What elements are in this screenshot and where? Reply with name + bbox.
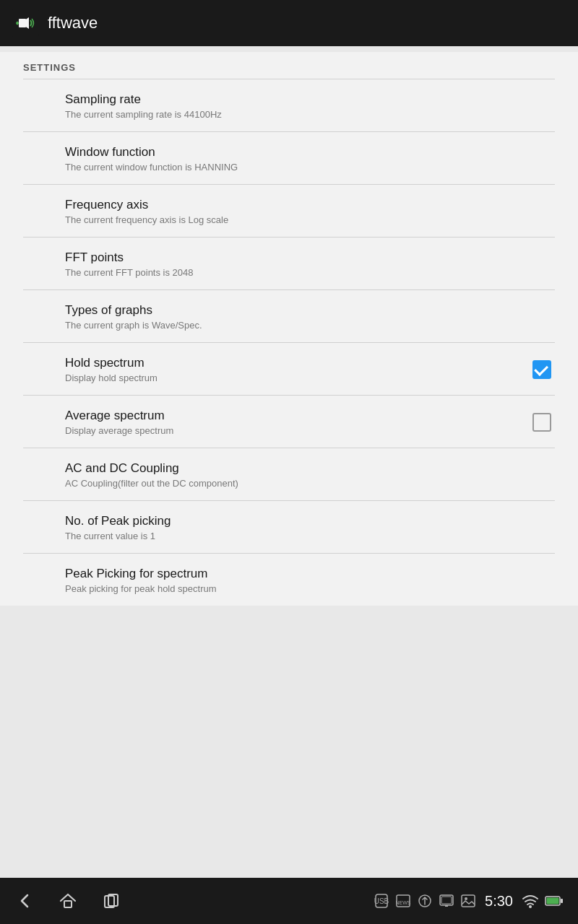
svg-text:NEWS: NEWS xyxy=(396,900,411,905)
svg-rect-3 xyxy=(64,901,72,907)
settings-item-ac-dc-coupling[interactable]: AC and DC CouplingAC Coupling(filter out… xyxy=(0,448,578,500)
settings-item-text-window-function: Window functionThe current window functi… xyxy=(65,145,555,173)
settings-item-text-types-of-graphs: Types of graphsThe current graph is Wave… xyxy=(65,303,555,331)
settings-item-text-sampling-rate: Sampling rateThe current sampling rate i… xyxy=(65,92,555,120)
settings-item-frequency-axis[interactable]: Frequency axisThe current frequency axis… xyxy=(0,185,578,237)
app-title: fftwave xyxy=(48,14,98,32)
settings-item-peak-picking-spectrum[interactable]: Peak Picking for spectrumPeak picking fo… xyxy=(0,554,578,606)
svg-text:USB: USB xyxy=(374,897,389,905)
bottom-bar: USB NEWS xyxy=(0,878,578,924)
checkbox-hold-spectrum[interactable] xyxy=(529,357,555,383)
settings-item-sampling-rate[interactable]: Sampling rateThe current sampling rate i… xyxy=(0,79,578,131)
settings-item-fft-points[interactable]: FFT pointsThe current FFT points is 2048 xyxy=(0,237,578,289)
main-content: SETTINGS Sampling rateThe current sampli… xyxy=(0,46,578,878)
settings-item-window-function[interactable]: Window functionThe current window functi… xyxy=(0,132,578,184)
svg-rect-20 xyxy=(547,898,559,905)
settings-item-text-peak-picking-spectrum: Peak Picking for spectrumPeak picking fo… xyxy=(65,567,555,594)
settings-item-title-peak-picking-spectrum: Peak Picking for spectrum xyxy=(65,567,555,581)
settings-item-subtitle-types-of-graphs: The current graph is Wave/Spec. xyxy=(65,320,555,331)
wifi-icon xyxy=(522,893,539,909)
settings-item-text-ac-dc-coupling: AC and DC CouplingAC Coupling(filter out… xyxy=(65,461,555,489)
settings-list: Sampling rateThe current sampling rate i… xyxy=(0,79,578,606)
settings-item-title-types-of-graphs: Types of graphs xyxy=(65,303,555,318)
nav-back-button[interactable] xyxy=(14,891,35,911)
battery-icon xyxy=(545,893,564,909)
settings-item-types-of-graphs[interactable]: Types of graphsThe current graph is Wave… xyxy=(0,290,578,342)
app-icon xyxy=(12,9,39,37)
settings-item-peak-picking-count[interactable]: No. of Peak pickingThe current value is … xyxy=(0,501,578,553)
checkbox-average-spectrum[interactable] xyxy=(529,409,555,435)
settings-item-subtitle-fft-points: The current FFT points is 2048 xyxy=(65,267,555,278)
settings-item-text-average-spectrum: Average spectrumDisplay average spectrum xyxy=(65,409,529,436)
checkbox-checked-icon xyxy=(532,360,551,379)
settings-item-title-hold-spectrum: Hold spectrum xyxy=(65,356,529,370)
settings-item-title-window-function: Window function xyxy=(65,145,555,160)
image-icon xyxy=(460,893,476,909)
settings-item-subtitle-hold-spectrum: Display hold spectrum xyxy=(65,372,529,383)
settings-item-subtitle-peak-picking-spectrum: Peak picking for peak hold spectrum xyxy=(65,583,555,594)
settings-item-title-sampling-rate: Sampling rate xyxy=(65,92,555,107)
settings-item-text-hold-spectrum: Hold spectrumDisplay hold spectrum xyxy=(65,356,529,383)
svg-point-17 xyxy=(529,905,532,908)
settings-item-title-frequency-axis: Frequency axis xyxy=(65,198,555,212)
nav-home-button[interactable] xyxy=(58,891,78,911)
svg-rect-19 xyxy=(561,899,563,903)
top-bar: fftwave xyxy=(0,0,578,46)
settings-item-subtitle-peak-picking-count: The current value is 1 xyxy=(65,531,555,541)
settings-item-title-fft-points: FFT points xyxy=(65,250,555,265)
usb-storage-icon xyxy=(417,893,433,909)
settings-item-subtitle-average-spectrum: Display average spectrum xyxy=(65,425,529,436)
checkbox-unchecked-icon xyxy=(532,413,551,432)
screen-icon xyxy=(439,893,454,909)
settings-header: SETTINGS xyxy=(0,52,578,79)
settings-item-subtitle-ac-dc-coupling: AC Coupling(filter out the DC component) xyxy=(65,478,555,489)
settings-item-title-average-spectrum: Average spectrum xyxy=(65,409,529,423)
settings-item-text-fft-points: FFT pointsThe current FFT points is 2048 xyxy=(65,250,555,278)
settings-item-text-frequency-axis: Frequency axisThe current frequency axis… xyxy=(65,198,555,225)
news-icon: NEWS xyxy=(395,893,411,909)
settings-item-title-peak-picking-count: No. of Peak picking xyxy=(65,514,555,528)
settings-item-average-spectrum[interactable]: Average spectrumDisplay average spectrum xyxy=(0,396,578,448)
nav-buttons xyxy=(14,891,121,911)
settings-item-title-ac-dc-coupling: AC and DC Coupling xyxy=(65,461,555,476)
nav-recents-button[interactable] xyxy=(101,891,121,911)
settings-item-subtitle-sampling-rate: The current sampling rate is 44100Hz xyxy=(65,109,555,120)
svg-rect-15 xyxy=(462,895,475,907)
settings-item-hold-spectrum[interactable]: Hold spectrumDisplay hold spectrum xyxy=(0,343,578,395)
settings-section: SETTINGS Sampling rateThe current sampli… xyxy=(0,52,578,606)
time-display: 5:30 xyxy=(485,893,513,910)
settings-item-text-peak-picking-count: No. of Peak pickingThe current value is … xyxy=(65,514,555,541)
settings-item-subtitle-window-function: The current window function is HANNING xyxy=(65,162,555,173)
settings-item-subtitle-frequency-axis: The current frequency axis is Log scale xyxy=(65,214,555,225)
svg-point-16 xyxy=(465,897,467,900)
usb-icon: USB xyxy=(374,893,389,909)
status-area: USB NEWS xyxy=(374,893,564,910)
svg-rect-12 xyxy=(441,897,452,904)
